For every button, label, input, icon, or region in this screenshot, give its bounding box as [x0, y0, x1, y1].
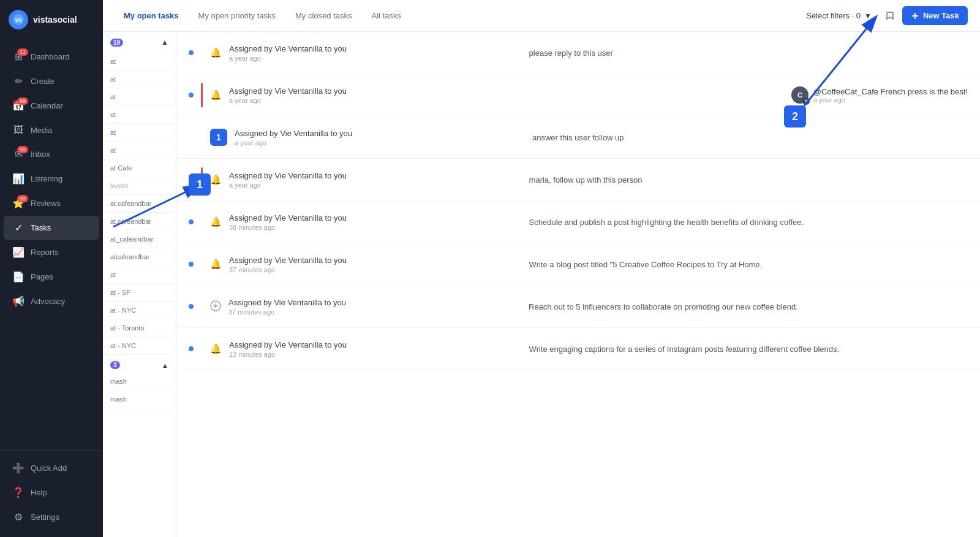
task-time: 37 minutes ago	[229, 266, 522, 273]
table-row[interactable]: 1 Assigned by Vie Ventanilla to you a ye…	[176, 116, 980, 159]
table-row[interactable]: Assigned by Vie Ventanilla to you 37 min…	[176, 286, 980, 328]
task-description: please reply to this user	[529, 48, 968, 58]
unread-dot	[189, 304, 194, 309]
filter-button[interactable]: Select filters · 0 ▼	[800, 7, 878, 24]
sidebar-item-label: Media	[31, 126, 52, 135]
bell-icon: 🔔	[210, 343, 222, 354]
sidebar-item-inbox[interactable]: ✉ Inbox 99	[4, 142, 99, 166]
priority-bar	[201, 167, 203, 192]
tab-my-open[interactable]: My open tasks	[115, 7, 187, 24]
sidebar-item-label: Create	[31, 77, 55, 86]
sidebar-item-label: Listening	[31, 174, 62, 183]
mention-time: a year ago	[813, 96, 968, 104]
list-item[interactable]: at.cafeandbar	[103, 213, 176, 230]
sidebar-item-create[interactable]: ✏ Create	[4, 69, 99, 93]
main-content: My open tasks My open priority tasks My …	[103, 0, 980, 537]
sidebar-item-pages[interactable]: 📄 Pages	[4, 265, 99, 289]
list-item[interactable]: at	[103, 53, 176, 70]
table-row[interactable]: 🔔 Assigned by Vie Ventanilla to you 13 m…	[176, 328, 980, 370]
inbox-badge: 99	[17, 146, 28, 153]
tab-my-closed[interactable]: My closed tasks	[287, 7, 360, 24]
sidebar-item-label: Help	[31, 488, 47, 497]
list-item[interactable]: mash	[103, 373, 176, 390]
logo[interactable]: vs vistasocial	[0, 0, 103, 39]
sidebar-item-quick-add[interactable]: ➕ Quick Add	[4, 456, 99, 480]
sidebar-item-reports[interactable]: 📈 Reports	[4, 240, 99, 264]
sidebar-bottom: ➕ Quick Add ❓ Help ⚙ Settings	[0, 450, 103, 537]
list-item[interactable]: at - Toronto	[103, 319, 176, 337]
list-item[interactable]: mash	[103, 390, 176, 408]
unread-dot	[189, 93, 194, 97]
sidebar-item-label: Settings	[31, 512, 59, 522]
quick-add-icon: ➕	[12, 462, 24, 474]
list-item[interactable]: lovers	[103, 177, 176, 195]
list-item[interactable]: at	[103, 266, 176, 284]
table-row[interactable]: 🔔 Assigned by Vie Ventanilla to you 38 m…	[176, 201, 980, 243]
list-item[interactable]: at	[103, 124, 176, 142]
task-info: Assigned by Vie Ventanilla to you 13 min…	[229, 340, 522, 358]
calendar-badge: 99	[17, 97, 28, 105]
task-mention: C ✕ @CoffeeCat_Cafe French press is the …	[791, 86, 968, 104]
task-assigned: Assigned by Vie Ventanilla to you	[235, 129, 525, 138]
list-item[interactable]: at	[103, 106, 176, 124]
reports-icon: 📈	[12, 246, 24, 258]
sidebar-item-advocacy[interactable]: 📢 Advocacy	[4, 289, 99, 313]
task-assigned: Assigned by Vie Ventanilla to you	[229, 44, 522, 53]
sidebar-nav: ⊞ Dashboard 11 ✏ Create 📅 Calendar 99 🖼 …	[0, 39, 103, 450]
unread-dot	[189, 219, 194, 224]
content-area: 19 ▲ at at at at at at at Cafe lovers at…	[103, 32, 980, 537]
unread-dot	[189, 346, 194, 351]
sidebar-item-reviews[interactable]: ⭐ Reviews 99	[4, 191, 99, 215]
sidebar-item-settings[interactable]: ⚙ Settings	[4, 505, 99, 529]
list-item[interactable]: at - NYC	[103, 302, 176, 319]
task-info: Assigned by Vie Ventanilla to you a year…	[229, 86, 784, 104]
bell-icon: 🔔	[210, 90, 222, 101]
list-item[interactable]: at.cafeandbar	[103, 195, 176, 213]
pages-icon: 📄	[12, 271, 24, 283]
sidebar-item-media[interactable]: 🖼 Media	[4, 118, 99, 142]
sidebar: vs vistasocial ⊞ Dashboard 11 ✏ Create 📅…	[0, 0, 103, 537]
list-item[interactable]: at - NYC	[103, 337, 176, 355]
task-description: Write a blog post titled "5 Creative Cof…	[529, 260, 968, 269]
media-icon: 🖼	[12, 124, 24, 135]
reviews-badge: 99	[17, 195, 28, 202]
table-row[interactable]: 🔔 Assigned by Vie Ventanilla to you a ye…	[176, 159, 980, 201]
list-item[interactable]: at_cafeandbar	[103, 230, 176, 248]
task-assigned: Assigned by Vie Ventanilla to you	[229, 256, 522, 265]
list-item[interactable]: at	[103, 70, 176, 88]
tab-all[interactable]: All tasks	[363, 7, 410, 24]
task-assigned: Assigned by Vie Ventanilla to you	[229, 340, 522, 349]
collapse2-icon[interactable]: ▲	[162, 362, 168, 369]
task-info: Assigned by Vie Ventanilla to you 37 min…	[229, 256, 522, 273]
task-info: Assigned by Vie Ventanilla to you 38 min…	[229, 213, 522, 231]
new-task-button[interactable]: New Task	[902, 6, 968, 25]
table-row[interactable]: 🔔 Assigned by Vie Ventanilla to you 37 m…	[176, 243, 980, 286]
list-item[interactable]: at - SF	[103, 284, 176, 302]
settings-icon: ⚙	[12, 511, 24, 523]
sidebar-item-tasks[interactable]: ✓ Tasks	[4, 216, 99, 240]
list-item[interactable]: at	[103, 142, 176, 159]
list-item[interactable]: at	[103, 88, 176, 106]
table-row[interactable]: 🔔 Assigned by Vie Ventanilla to you a ye…	[176, 74, 980, 116]
bookmark-button[interactable]	[880, 6, 900, 26]
sidebar-item-dashboard[interactable]: ⊞ Dashboard 11	[4, 45, 99, 69]
help-icon: ❓	[12, 487, 24, 498]
chevron-down-icon: ▼	[864, 12, 872, 20]
task-info: Assigned by Vie Ventanilla to you 37 min…	[228, 298, 521, 316]
collapse-icon[interactable]: ▲	[161, 38, 168, 47]
sidebar-item-label: Reviews	[31, 199, 61, 208]
unread-dot	[189, 262, 194, 267]
bell-icon: 🔔	[210, 216, 222, 227]
task-assigned: Assigned by Vie Ventanilla to you	[229, 171, 522, 180]
tab-my-open-priority[interactable]: My open priority tasks	[190, 7, 284, 24]
topbar: My open tasks My open priority tasks My …	[103, 0, 980, 32]
table-row[interactable]: 🔔 Assigned by Vie Ventanilla to you a ye…	[176, 32, 980, 74]
sidebar-item-listening[interactable]: 📊 Listening	[4, 167, 99, 191]
logo-icon: vs	[9, 10, 28, 29]
list-item[interactable]: atcafeandbar	[103, 248, 176, 266]
tasks-icon: ✓	[12, 222, 24, 234]
sidebar-item-help[interactable]: ❓ Help	[4, 481, 99, 505]
advocacy-icon: 📢	[12, 295, 24, 307]
sidebar-item-calendar[interactable]: 📅 Calendar 99	[4, 94, 99, 118]
list-item[interactable]: at Cafe	[103, 159, 176, 177]
